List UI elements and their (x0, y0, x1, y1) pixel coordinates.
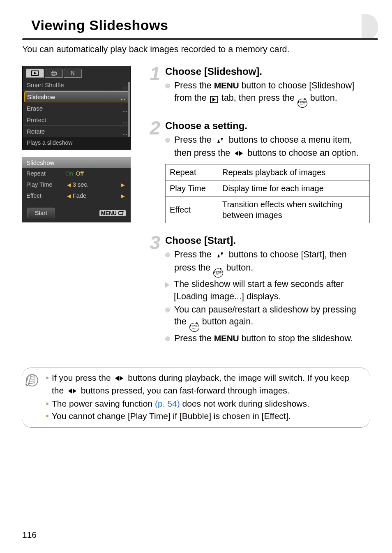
svg-marker-1 (34, 72, 37, 75)
svg-marker-20 (120, 376, 123, 381)
tools-tab (64, 69, 82, 78)
bullet-icon (165, 308, 170, 312)
svg-marker-22 (73, 389, 76, 393)
svg-marker-12 (221, 252, 223, 256)
playback-tab (26, 69, 44, 78)
slideshow-setting-row: RepeatOnOff (22, 168, 131, 179)
result-arrow-icon (165, 282, 170, 288)
bullet-icon (165, 138, 170, 143)
up-down-arrows-icon (215, 250, 226, 262)
table-cell: Effect (166, 197, 218, 223)
step: 1Choose [Slideshow].Press the MENU butto… (146, 66, 370, 109)
camera-menu-scrollbar (128, 82, 130, 137)
table-cell: Repeat (166, 164, 218, 180)
svg-marker-9 (235, 151, 238, 156)
step-bullet: You can pause/restart a slideshow by pre… (165, 304, 370, 332)
camera-menu-item: Rotate... (23, 126, 130, 137)
svg-marker-7 (217, 139, 220, 143)
camera-menu-item: Smart Shuffle... (23, 79, 130, 91)
options-table: RepeatRepeats playback of imagesPlay Tim… (165, 164, 370, 223)
svg-marker-19 (115, 376, 119, 381)
note-icon (25, 373, 39, 389)
step-number: 3 (146, 235, 160, 345)
svg-rect-3 (53, 71, 55, 73)
note-item: If you press the buttons during playback… (46, 372, 363, 397)
camera-menu-item: Slideshow... (24, 91, 129, 102)
left-right-arrows-icon (233, 148, 244, 160)
bullet-icon (46, 377, 48, 379)
up-down-arrows-icon (215, 135, 226, 147)
svg-line-18 (30, 381, 34, 382)
notes-box: If you press the buttons during playback… (22, 368, 370, 427)
svg-marker-21 (68, 389, 72, 393)
note-item: The power saving function (p. 54) does n… (46, 398, 363, 410)
camera-menu-screenshot: Smart Shuffle...Slideshow...Erase...Prot… (22, 66, 131, 150)
func-set-button-icon: FUNC.SET (213, 268, 223, 278)
section-heading-bar: Viewing Slideshows (22, 16, 370, 38)
bullet-icon (165, 83, 170, 88)
step-bullet: The slideshow will start a few seconds a… (165, 278, 370, 303)
note-item: You cannot change [Play Time] if [Bubble… (46, 410, 363, 422)
bullet-icon (46, 403, 48, 405)
step-number: 1 (146, 66, 160, 109)
camera-menu-footer: Plays a slideshow (23, 137, 130, 149)
menu-back-indicator: MENU (99, 210, 126, 216)
slideshow-settings-title: Slideshow (22, 157, 131, 168)
start-button: Start (27, 208, 55, 218)
left-right-arrows-icon (67, 386, 78, 397)
page-number: 116 (22, 530, 37, 540)
step-title: Choose [Slideshow]. (165, 66, 370, 77)
section-heading: Viewing Slideshows (31, 17, 168, 33)
slideshow-setting-row: Effect◀Fade▶ (22, 190, 131, 201)
intro-text: You can automatically play back images r… (22, 44, 370, 59)
bullet-icon (165, 336, 170, 341)
table-cell: Transition effects when switching betwee… (218, 197, 370, 223)
table-cell: Display time for each image (218, 180, 370, 197)
table-cell: Repeats playback of images (218, 164, 370, 180)
camera-tabs (23, 66, 130, 79)
step: 2Choose a setting.Press the buttons to c… (146, 120, 370, 223)
svg-marker-10 (239, 151, 243, 156)
heading-underline (22, 38, 378, 40)
camera-menu-item: Protect... (23, 114, 130, 126)
svg-marker-11 (217, 254, 220, 257)
step-bullet: Press the buttons to choose [Start], the… (165, 249, 370, 278)
step-title: Choose [Start]. (165, 235, 370, 246)
camera-menu-item: Erase... (23, 103, 130, 114)
step: 3Choose [Start].Press the buttons to cho… (146, 235, 370, 345)
step-title: Choose a setting. (165, 120, 370, 132)
playback-tab-icon (210, 96, 218, 103)
slideshow-settings-screenshot: Slideshow RepeatOnOffPlay Time◀3 sec.▶Ef… (22, 157, 131, 222)
slideshow-setting-row: Play Time◀3 sec.▶ (22, 179, 131, 190)
bullet-icon (165, 252, 170, 257)
bullet-icon (46, 415, 48, 417)
table-cell: Play Time (166, 180, 218, 197)
step-bullet: Press the MENU button to choose [Slidesh… (165, 80, 370, 108)
svg-marker-6 (121, 213, 123, 215)
print-tab (45, 69, 63, 78)
svg-line-17 (30, 379, 34, 380)
step-bullet: Press the MENU button to stop the slides… (165, 333, 370, 345)
svg-marker-8 (221, 138, 223, 141)
svg-line-16 (30, 378, 34, 378)
func-set-button-icon: FUNC.SET (189, 323, 199, 332)
func-set-button-icon: FUNC.SET (297, 99, 307, 108)
svg-marker-5 (122, 211, 124, 213)
step-bullet: Press the buttons to choose a menu item,… (165, 134, 370, 160)
left-right-arrows-icon (114, 373, 125, 384)
step-number: 2 (146, 120, 160, 223)
